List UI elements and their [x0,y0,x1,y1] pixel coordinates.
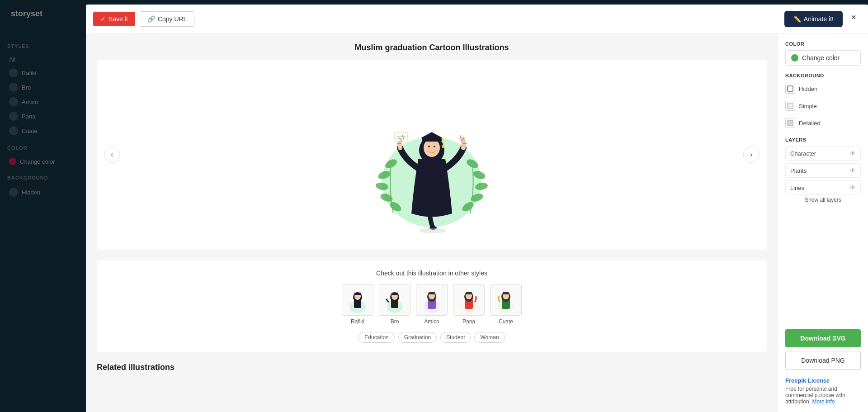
freepik-license: Freepik License Free for personal and co… [785,377,861,405]
svg-point-14 [434,146,435,147]
svg-marker-16 [421,132,443,138]
modal: × ✓ Save it 🔗 Copy URL ✏️ Animate it! Mu… [86,5,868,412]
amico-label: Amico [424,318,439,325]
color-indicator [791,54,798,62]
bro-thumb-image [379,284,410,316]
style-thumbnails: Rafiki B [106,284,758,325]
bg-simple-icon [785,101,795,111]
style-thumb-rafiki[interactable]: Rafiki [342,284,373,325]
related-title: Related illustrations [97,363,767,378]
modal-main: Muslim graduation Cartoon Illustrations … [86,34,778,412]
layers-list: Character 👁 Plants 👁 Lines 👁 [785,146,861,195]
background-section-label: BACKGROUND [785,73,861,78]
bg-hidden-icon [785,84,795,94]
bg-hidden-label: Hidden [799,85,817,92]
svg-rect-36 [392,293,398,295]
tag-education[interactable]: Education [359,332,394,343]
svg-line-37 [386,299,389,302]
style-thumb-pana[interactable]: Pana [453,284,485,325]
animate-button[interactable]: ✏️ Animate it! [784,11,843,27]
tag-graduation[interactable]: Graduation [398,332,437,343]
svg-rect-15 [422,138,442,142]
bg-option-detailed[interactable]: Detailed [785,116,861,130]
cuate-thumb-image [490,284,522,316]
bg-simple-label: Simple [799,103,817,109]
tags: Education Graduation Student Woman [106,332,758,343]
lines-eye-icon: 👁 [849,184,856,191]
character-eye-icon: 👁 [849,150,856,157]
svg-rect-54 [788,103,793,109]
color-section: COLOR Change color [785,41,861,66]
pana-thumb-image [453,284,485,316]
layer-lines-label: Lines [790,185,804,191]
plants-eye-icon: 👁 [849,167,856,174]
pana-label: Pana [462,318,475,325]
background-section: BACKGROUND Hidden [785,73,861,130]
rafiki-label: Rafiki [351,318,364,325]
copy-url-label: Copy URL [158,15,187,23]
cuate-label: Cuate [499,318,513,325]
download-svg-button[interactable]: Download SVG [785,329,861,347]
layer-character[interactable]: Character 👁 [785,146,861,161]
change-color-button[interactable]: Change color [785,50,861,66]
copy-url-button[interactable]: 🔗 Copy URL [140,11,195,27]
layers-section-label: LAYERS [785,137,861,142]
illustration-image [341,64,522,245]
tag-woman[interactable]: Woman [474,332,505,343]
styles-subtitle: Check out this illustration in other sty… [106,270,758,277]
license-title: Freepik License [785,377,861,384]
tag-student[interactable]: Student [440,332,471,343]
svg-rect-53 [788,86,793,91]
close-button[interactable]: × [846,10,861,24]
styles-section: Check out this illustration in other sty… [97,260,767,352]
svg-rect-42 [429,292,435,294]
style-thumb-cuate[interactable]: Cuate [490,284,522,325]
svg-rect-31 [354,293,361,295]
svg-rect-47 [466,292,472,294]
bg-option-hidden[interactable]: Hidden [785,82,861,95]
save-button[interactable]: ✓ Save it [93,12,135,26]
next-illustration-button[interactable]: › [743,147,760,163]
svg-point-26 [419,228,446,233]
style-thumb-bro[interactable]: Bro [379,284,410,325]
animate-label: Animate it! [804,15,834,23]
illustration-title: Muslim graduation Cartoon Illustrations [97,43,767,52]
modal-topbar: ✓ Save it 🔗 Copy URL ✏️ Animate it! [86,5,868,34]
background-options: Hidden Simple [785,82,861,130]
rafiki-thumb-image [342,284,373,316]
svg-rect-52 [503,292,509,294]
bg-option-simple[interactable]: Simple [785,99,861,113]
layer-plants-label: Plants [790,167,807,174]
svg-point-13 [428,146,430,147]
download-png-button[interactable]: Download PNG [785,351,861,370]
change-color-label: Change color [802,54,840,62]
svg-point-17 [442,145,444,148]
svg-rect-55 [788,120,793,126]
layer-lines[interactable]: Lines 👁 [785,180,861,195]
color-section-label: COLOR [785,41,861,47]
pencil-icon: ✏️ [793,15,801,23]
bro-label: Bro [391,318,399,325]
graduation-illustration [359,73,504,236]
bg-detailed-label: Detailed [799,120,821,127]
close-icon: × [851,12,856,23]
style-thumb-amico[interactable]: Amico [416,284,448,325]
layers-section: LAYERS Character 👁 Plants 👁 Lines 👁 [785,137,861,203]
illustration-viewer: ‹ [97,60,767,250]
show-all-layers[interactable]: Show all layers [785,197,861,203]
bg-detailed-icon [785,118,795,128]
layer-plants[interactable]: Plants 👁 [785,163,861,178]
pinterest-icon: ✓ [100,15,106,23]
layer-character-label: Character [790,150,816,157]
prev-illustration-button[interactable]: ‹ [104,147,120,163]
amico-thumb-image [416,284,448,316]
modal-body: Muslim graduation Cartoon Illustrations … [86,34,868,412]
link-icon: 🔗 [147,15,155,23]
panel-bottom: Download SVG Download PNG Freepik Licens… [785,329,861,405]
save-label: Save it [108,15,128,23]
right-panel: COLOR Change color BACKGROUND [778,34,868,412]
license-more-info-link[interactable]: More info [812,398,835,405]
